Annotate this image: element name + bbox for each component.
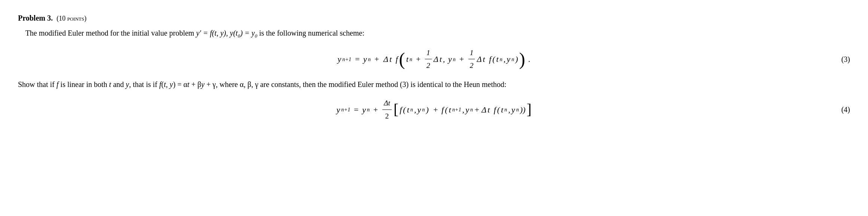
eq4-number: (4)	[841, 104, 850, 116]
eq3-number: (3)	[841, 53, 850, 65]
intro-paragraph: The modified Euler method for the initia…	[18, 27, 850, 40]
problem-header: Problem 3. (10 points)	[18, 12, 850, 24]
equation-3-block: yn+1 = yn + Δt f ( tn + 1 2 Δt, yn + 1 2	[18, 47, 850, 72]
big-left-paren: (	[399, 50, 405, 68]
equation-3: yn+1 = yn + Δt f ( tn + 1 2 Δt, yn + 1 2	[338, 47, 531, 72]
problem-container: Problem 3. (10 points) The modified Eule…	[18, 12, 850, 122]
ivp-formula: y′ = f(t, y), y(t0) = y0	[196, 29, 259, 37]
equation-4: yn+1 = yn + Δt 2 [ f(tn, yn) + f(tn+1, y…	[337, 97, 532, 122]
problem-points: (10 points)	[57, 15, 87, 22]
problem-title: Problem 3.	[18, 14, 53, 22]
big-left-bracket: [	[394, 102, 398, 117]
big-right-bracket: ]	[526, 102, 531, 117]
body-paragraph: Show that if f is linear in both t and y…	[18, 78, 850, 90]
equation-4-block: yn+1 = yn + Δt 2 [ f(tn, yn) + f(tn+1, y…	[18, 97, 850, 122]
frac-half-2: 1 2	[468, 47, 475, 72]
big-right-paren: )	[519, 50, 525, 68]
frac-half-1: 1 2	[425, 47, 432, 72]
frac-delta-t-2: Δt 2	[382, 97, 392, 122]
